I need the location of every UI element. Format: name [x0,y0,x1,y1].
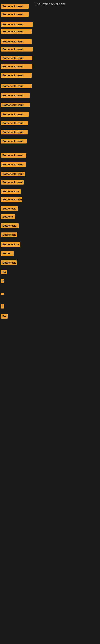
bottleneck-row: Bottleneck result [1,84,32,89]
bottleneck-row: Bottleneck result [1,4,29,10]
bottleneck-row: Bottleneck result [1,12,29,18]
bottleneck-label[interactable]: Bottleneck result [1,29,32,34]
bottleneck-row: Bottleneck result [1,103,30,108]
bottleneck-label[interactable]: Bottleneck result [1,64,32,69]
bottleneck-label[interactable]: Bottleneck [1,206,18,211]
bottleneck-row: Bottleneck [1,232,17,238]
bottleneck-row: I [1,304,4,309]
bottleneck-row: Bottleneck result [1,56,32,61]
bottleneck-row: Bottleneck result [1,22,33,28]
bottleneck-row: Bottleneck result [1,64,32,70]
bottleneck-label[interactable]: Bottleneck result [1,153,26,158]
bottleneck-row: Bottleneck result [1,162,26,168]
bottleneck-label[interactable] [1,293,4,295]
bottleneck-row: B [1,279,4,284]
bottleneck-label[interactable]: Bottleneck r [1,224,19,228]
bottleneck-row: Bottleneck result [1,139,27,144]
bottleneck-label[interactable]: I [1,304,4,308]
bottleneck-row: Bottleneck [1,206,18,212]
bottleneck-row: Bottleneck re [1,242,20,248]
bottleneck-label[interactable]: Bottleneck [1,260,17,265]
bottleneck-label[interactable]: Bottleneck result [1,172,25,176]
bottleneck-label[interactable]: Bottleneck result [1,84,32,88]
bottleneck-label[interactable]: Bottleneck re [1,242,20,247]
bottleneck-label[interactable]: Bottleneck result [1,93,30,98]
bottleneck-row: Bottleneck result [1,121,28,126]
bottleneck-row: Bottlene [1,214,15,220]
bottleneck-label[interactable]: Bottleneck result [1,73,32,78]
bottleneck-row: Bottleneck result [1,47,33,52]
bottleneck-row [1,292,4,296]
bottleneck-label[interactable]: Bottleneck resul [1,197,22,202]
bottleneck-label[interactable]: Bottleneck result [1,47,33,52]
bottleneck-label[interactable]: Bott [1,314,8,318]
bottleneck-row: Bottleneck result [1,73,32,78]
bottleneck-label[interactable]: Bottleneck [1,232,17,237]
bottleneck-label[interactable]: Bottleneck result [1,103,30,107]
bottleneck-row: Bottlen [1,251,14,256]
bottleneck-label[interactable]: Bottleneck result [1,56,32,60]
bottleneck-label[interactable]: Bo [1,270,7,274]
bottleneck-label[interactable]: Bottleneck result [1,121,28,126]
bottleneck-row: Bottleneck result [1,172,25,177]
bottleneck-row: Bottleneck resul [1,197,22,203]
bottleneck-row: Bottleneck result [1,130,28,135]
bottleneck-label[interactable]: Bottleneck result [1,139,27,144]
bottleneck-row: Bottleneck result [1,180,24,185]
bottleneck-row: Bottleneck result [1,39,32,45]
bottleneck-label[interactable]: Bottlen [1,251,14,256]
bottleneck-row: Bottleneck result [1,153,26,158]
bottleneck-row: Bottleneck result [1,93,30,98]
bottleneck-label[interactable]: Bottleneck result [1,180,24,184]
bottleneck-label[interactable]: Bottleneck re [1,189,21,194]
bottleneck-row: Bottleneck r [1,224,19,229]
bottleneck-label[interactable]: Bottleneck result [1,22,33,27]
bottleneck-label[interactable]: Bottlene [1,214,15,219]
bottleneck-row: Bottleneck re [1,189,21,194]
bottleneck-label[interactable]: B [1,279,4,283]
bottleneck-label[interactable]: Bottleneck result [1,39,32,44]
bottleneck-row: Bott [1,314,8,320]
bottleneck-row: Bottleneck result [1,112,29,118]
bottleneck-label[interactable]: Bottleneck result [1,12,29,17]
bottleneck-label[interactable]: Bottleneck result [1,162,26,167]
bottleneck-label[interactable]: Bottleneck result [1,4,29,9]
bottleneck-row: Bottleneck [1,260,17,266]
bottleneck-label[interactable]: Bottleneck result [1,112,29,117]
bottleneck-label[interactable]: Bottleneck result [1,130,28,134]
bottleneck-row: Bo [1,270,7,275]
bottleneck-row: Bottleneck result [1,29,32,34]
